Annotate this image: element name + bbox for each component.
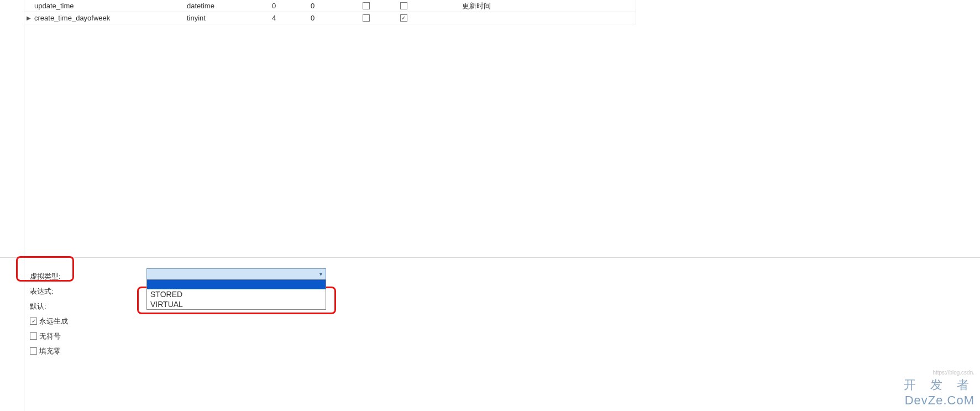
checkbox-icon[interactable] — [400, 2, 407, 9]
always-generate-option[interactable]: 永远生成 — [30, 316, 147, 326]
row-indicator-current: ▶ — [24, 15, 33, 21]
cell-notnull[interactable] — [347, 2, 385, 9]
cell-length[interactable]: 0 — [270, 2, 308, 10]
virtual-type-value[interactable] — [147, 269, 316, 279]
cell-notnull[interactable] — [347, 14, 385, 22]
checkbox-icon[interactable] — [363, 14, 370, 22]
cell-name[interactable]: create_time_dayofweek — [33, 14, 187, 22]
virtual-type-label: 虚拟类型: — [30, 272, 147, 282]
cell-type[interactable]: datetime — [187, 2, 270, 10]
dropdown-option-virtual[interactable]: VIRTUAL — [147, 299, 326, 309]
virtual-type-select[interactable]: ▾ — [146, 268, 326, 279]
pane-divider[interactable] — [0, 257, 980, 258]
table-row[interactable]: update_time datetime 0 0 更新时间 — [24, 0, 636, 12]
cell-type[interactable]: tinyint — [187, 14, 270, 22]
watermark-url: https://blog.csdn. — [904, 370, 974, 376]
cell-length[interactable]: 4 — [270, 14, 308, 22]
checkbox-icon[interactable] — [400, 14, 407, 22]
columns-table: update_time datetime 0 0 更新时间 ▶ create_t… — [24, 0, 636, 24]
column-properties-panel: 虚拟类型: 表达式: 默认: 永远生成 无符号 填充零 — [30, 269, 147, 358]
checkbox-icon[interactable] — [363, 2, 370, 9]
cell-decimals[interactable]: 0 — [308, 2, 347, 10]
chevron-down-icon[interactable]: ▾ — [316, 269, 326, 279]
expression-label: 表达式: — [30, 287, 147, 296]
always-generate-label: 永远生成 — [39, 316, 68, 326]
watermark-line1: 开 发 者 — [904, 377, 974, 393]
checkbox-icon[interactable] — [30, 332, 37, 340]
zerofill-label: 填充零 — [39, 346, 61, 356]
checkbox-icon[interactable] — [30, 318, 37, 325]
watermark-line2: DevZe.CoM — [904, 393, 974, 408]
cell-virtual[interactable] — [385, 2, 422, 9]
default-label: 默认: — [30, 301, 147, 311]
virtual-type-dropdown[interactable]: STORED VIRTUAL — [146, 279, 326, 310]
checkbox-icon[interactable] — [30, 347, 37, 355]
dropdown-option-blank[interactable] — [147, 280, 326, 289]
watermark: https://blog.csdn. 开 发 者 DevZe.CoM — [904, 370, 974, 408]
unsigned-label: 无符号 — [39, 331, 61, 341]
cell-virtual[interactable] — [385, 14, 422, 22]
cell-decimals[interactable]: 0 — [308, 14, 347, 22]
cell-name[interactable]: update_time — [33, 2, 187, 10]
zerofill-option[interactable]: 填充零 — [30, 346, 147, 356]
dropdown-option-stored[interactable]: STORED — [147, 289, 326, 299]
unsigned-option[interactable]: 无符号 — [30, 331, 147, 341]
table-row[interactable]: ▶ create_time_dayofweek tinyint 4 0 — [24, 12, 636, 24]
cell-comment[interactable]: 更新时间 — [460, 1, 636, 11]
